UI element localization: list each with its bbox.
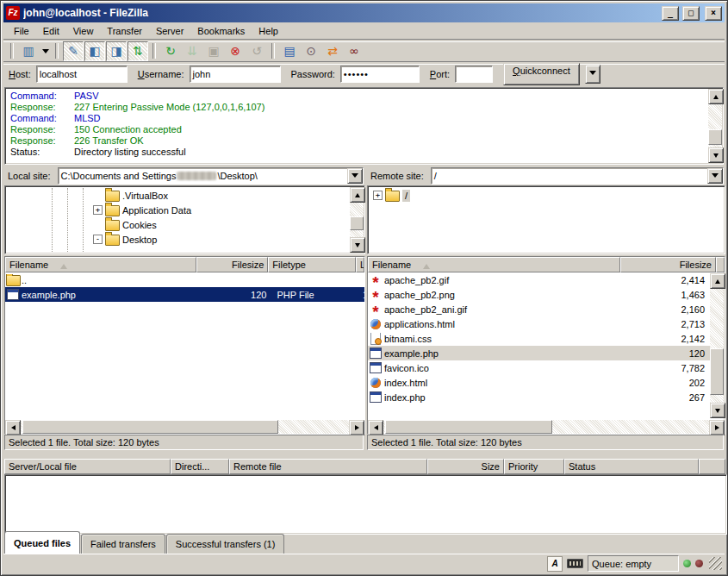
pane-splitter[interactable] — [364, 167, 367, 450]
synchronized-browsing-button[interactable]: ⇄ — [322, 41, 343, 61]
local-path[interactable]: C:\Documents and Settings\Desktop\ — [59, 168, 347, 184]
tree-item-cookies[interactable]: Cookies — [7, 217, 363, 232]
local-tree-scrollbar[interactable] — [350, 187, 364, 253]
scroll-right-button[interactable] — [709, 420, 725, 435]
data-type-indicator[interactable]: A — [547, 556, 563, 572]
log-vertical-scrollbar[interactable] — [708, 89, 722, 163]
column-header-size[interactable]: Size — [427, 459, 504, 474]
remote-path[interactable]: / — [432, 168, 707, 184]
scroll-track[interactable] — [350, 203, 364, 237]
tree-item-desktop[interactable]: -Desktop — [7, 232, 363, 247]
php-file-icon — [7, 289, 19, 300]
scroll-track[interactable] — [708, 104, 722, 147]
remote-list-vertical-scrollbar[interactable] — [710, 273, 724, 418]
file-row[interactable]: index.php267 — [368, 390, 711, 404]
column-header-filetype[interactable]: Filetype — [268, 257, 356, 272]
expand-icon[interactable]: + — [93, 205, 103, 215]
filter-button[interactable]: ▤ — [279, 41, 300, 61]
quickconnect-button[interactable]: Quickconnect — [503, 63, 580, 85]
local-site-combo[interactable]: C:\Documents and Settings\Desktop\ — [58, 167, 364, 185]
column-header-status[interactable]: Status — [564, 459, 699, 474]
disconnect-button[interactable]: ⊗ — [225, 41, 246, 61]
scroll-left-button[interactable] — [368, 420, 383, 435]
menu-edit[interactable]: Edit — [36, 24, 66, 38]
scroll-up-button[interactable] — [710, 273, 725, 289]
scroll-down-button[interactable] — [710, 403, 725, 418]
menu-help[interactable]: Help — [252, 24, 285, 38]
file-row-example-php[interactable]: example.php 120 PHP File 1 — [5, 287, 364, 302]
scroll-track[interactable] — [710, 289, 724, 403]
file-row[interactable]: favicon.ico7,782 — [368, 360, 711, 375]
toggle-remote-tree-button[interactable]: ◨ — [106, 41, 127, 61]
file-row-parent-dir[interactable]: .. — [5, 272, 364, 287]
column-header-filesize[interactable]: Filesize — [620, 257, 716, 272]
local-list-horizontal-scrollbar[interactable] — [5, 420, 364, 434]
resize-grip-icon[interactable] — [709, 557, 722, 570]
scroll-thumb[interactable] — [708, 129, 722, 145]
menu-bookmarks[interactable]: Bookmarks — [190, 24, 252, 38]
scroll-thumb[interactable] — [22, 420, 278, 434]
scroll-thumb[interactable] — [350, 216, 364, 230]
find-files-button[interactable]: ∞ — [344, 41, 364, 61]
remote-list-horizontal-scrollbar[interactable] — [368, 420, 725, 434]
quickconnect-dropdown[interactable] — [585, 65, 600, 84]
title-bar[interactable]: Fz john@localhost - FileZilla _ □ × — [3, 3, 725, 22]
tree-item-application-data[interactable]: +Application Data — [7, 203, 363, 217]
menu-server[interactable]: Server — [149, 24, 190, 38]
scroll-thumb[interactable] — [385, 420, 552, 434]
scroll-thumb[interactable] — [710, 348, 724, 395]
toggle-message-log-button[interactable]: ✎ — [63, 41, 84, 61]
close-button[interactable]: × — [705, 6, 722, 21]
tab-failed-transfers[interactable]: Failed transfers — [81, 534, 165, 554]
toggle-queue-button[interactable]: ⇅ — [128, 41, 148, 61]
remote-path-dropdown[interactable] — [707, 168, 723, 184]
refresh-button[interactable]: ↻ — [160, 41, 181, 61]
reconnect-button[interactable]: ↺ — [246, 41, 267, 61]
port-input[interactable] — [455, 66, 493, 83]
host-input[interactable]: localhost — [36, 66, 128, 83]
column-header-filename[interactable]: Filename — [368, 257, 620, 272]
menu-file[interactable]: File — [7, 24, 36, 38]
column-header-filename[interactable]: Filename — [5, 257, 196, 272]
tree-item-root[interactable]: +/ — [370, 188, 723, 203]
tab-successful-transfers[interactable]: Successful transfers (1) — [166, 534, 285, 554]
local-path-dropdown[interactable] — [347, 168, 363, 184]
maximize-button[interactable]: □ — [682, 6, 700, 21]
tab-queued-files[interactable]: Queued files — [4, 531, 80, 554]
column-header-server-local-file[interactable]: Server/Local file — [4, 459, 171, 474]
maximize-icon: □ — [688, 8, 694, 17]
app-icon[interactable]: Fz — [6, 6, 20, 20]
scroll-track[interactable] — [383, 420, 709, 434]
column-header-remote-file[interactable]: Remote file — [229, 459, 427, 474]
cancel-operation-button[interactable]: ▣ — [203, 41, 224, 61]
process-queue-button[interactable]: ⇊ — [182, 41, 202, 61]
collapse-icon[interactable]: - — [93, 235, 103, 244]
column-header-direction[interactable]: Directi... — [171, 459, 229, 474]
toggle-local-tree-button[interactable]: ◧ — [84, 41, 105, 61]
directory-comparison-button[interactable]: ⊙ — [301, 41, 321, 61]
scroll-left-button[interactable] — [5, 420, 21, 435]
scroll-track[interactable] — [21, 420, 349, 434]
file-row[interactable]: *apache_pb2_ani.gif2,160 — [368, 302, 711, 316]
remote-site-combo[interactable]: / — [431, 167, 724, 185]
site-manager-dropdown[interactable] — [40, 42, 51, 60]
username-input[interactable]: john — [190, 66, 281, 83]
tree-item-virtualbox[interactable]: .VirtualBox — [7, 188, 363, 203]
tab-label: Queued files — [14, 538, 71, 548]
file-row[interactable]: bitnami.css2,142 — [368, 331, 711, 346]
scroll-up-button[interactable] — [708, 89, 724, 104]
expand-icon[interactable]: + — [373, 191, 383, 200]
file-row-selected[interactable]: example.php120 — [368, 346, 711, 360]
file-row[interactable]: applications.html2,713 — [368, 316, 711, 331]
minimize-button[interactable]: _ — [662, 6, 679, 21]
column-header-priority[interactable]: Priority — [504, 459, 564, 474]
menu-transfer[interactable]: Transfer — [100, 24, 149, 38]
menu-view[interactable]: View — [66, 24, 101, 38]
file-row[interactable]: index.html202 — [368, 375, 711, 390]
password-input[interactable]: •••••• — [340, 66, 420, 83]
site-manager-button[interactable]: ▥ — [18, 41, 39, 61]
scroll-down-button[interactable] — [708, 147, 724, 163]
column-header-filesize[interactable]: Filesize — [196, 257, 269, 272]
speed-limit-icon[interactable] — [567, 559, 583, 568]
scroll-right-button[interactable] — [349, 420, 364, 435]
